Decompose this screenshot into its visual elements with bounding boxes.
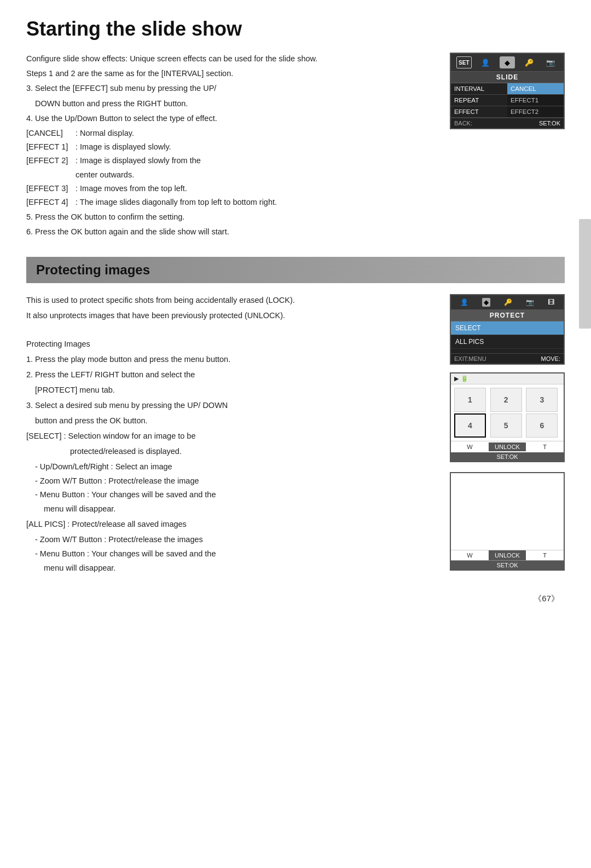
thumb-footer-unlock: UNLOCK bbox=[489, 442, 526, 451]
icon-diamond-active: ◆ bbox=[500, 56, 515, 68]
protect-step1: 1. Press the play mode button and press … bbox=[26, 353, 439, 366]
slide-row1-right: EFFECT1 bbox=[507, 95, 564, 106]
slide-menu-icons: SET 👤 ◆ 🔑 📷 bbox=[451, 54, 564, 72]
protect-step2b: [PROTECT] menu tab. bbox=[35, 384, 439, 397]
protect-bullet5: - Menu Button : Your changes will be sav… bbox=[35, 548, 439, 561]
protect-intro2: It also unprotects images that have been… bbox=[26, 309, 439, 323]
step3: 3. Select the [EFFECT] sub menu by press… bbox=[26, 82, 439, 95]
thumb-header-icon-play: ▶ bbox=[454, 375, 459, 382]
protect-menu-title: PROTECT bbox=[451, 310, 564, 321]
effect-table: [CANCEL] : Normal display. [EFFECT 1] : … bbox=[26, 127, 439, 209]
effect-row-2b: center outwards. bbox=[26, 169, 439, 181]
protect-step3: 3. Select a desired sub menu by pressing… bbox=[26, 399, 439, 412]
unlock-footer-w: W bbox=[451, 550, 489, 560]
section-header-title: Protecting images bbox=[36, 262, 150, 277]
slide-menu-bottom: BACK: SET:OK bbox=[451, 118, 564, 128]
protect-bullet2: - Zoom W/T Button : Protect/release the … bbox=[35, 475, 439, 488]
slide-row2-right: EFFECT2 bbox=[507, 106, 564, 117]
thumb-header-icon-battery: 🔋 bbox=[461, 375, 468, 382]
protect-footer-right: MOVE: bbox=[507, 354, 564, 364]
slide-row2-left: EFFECT bbox=[451, 106, 507, 117]
slide-row1-left: REPEAT bbox=[451, 95, 507, 106]
effect-row-1: [EFFECT 1] : Image is displayed slowly. bbox=[26, 141, 439, 153]
slide-footer-left: BACK: bbox=[451, 118, 507, 128]
protect-bullet3: - Menu Button : Your changes will be sav… bbox=[35, 488, 439, 502]
protect-menu-col: 👤 ◆ 🔑 📷 🎞 PROTECT SELECT ALL PICS EXIT:M… bbox=[450, 294, 565, 577]
thumb-grid: 1 2 3 4 5 6 bbox=[451, 384, 564, 441]
unlock-footer-unlock: UNLOCK bbox=[489, 550, 526, 560]
effect-desc-3: : Image moves from the top left. bbox=[76, 182, 187, 195]
unlock-footer-row: W UNLOCK T bbox=[451, 550, 564, 560]
thumb-footer-t: T bbox=[526, 442, 564, 451]
intro-line1: Configure slide show effects: Unique scr… bbox=[26, 53, 439, 65]
protect-menu-item-allpics: ALL PICS bbox=[451, 335, 564, 349]
effect-label-2: [EFFECT 2] bbox=[26, 154, 76, 167]
intro-line2: Steps 1 and 2 are the same as for the [I… bbox=[26, 67, 439, 80]
effect-label-2b bbox=[26, 169, 76, 181]
effect-label-4: [EFFECT 4] bbox=[26, 196, 76, 209]
protect-select-desc: [SELECT] : Selection window for an image… bbox=[26, 430, 439, 443]
unlock-footer-t: T bbox=[526, 550, 564, 560]
protect-bullet5b: menu will disappear. bbox=[44, 562, 439, 575]
page-number: 《67》 bbox=[26, 594, 565, 604]
effect-desc-2b: center outwards. bbox=[76, 169, 134, 181]
protect-section: This is used to protect specific shots f… bbox=[26, 294, 565, 577]
effect-desc-2: : Image is displayed slowly from the bbox=[76, 154, 201, 167]
step3b: DOWN button and press the RIGHT button. bbox=[35, 97, 439, 110]
unlock-box-footer: W UNLOCK T SET:OK bbox=[451, 550, 564, 570]
protect-subheading: Protecting Images bbox=[26, 338, 439, 351]
slide-menu-wrap: SET 👤 ◆ 🔑 📷 SLIDE INTERVAL CANCEL REPEAT… bbox=[450, 53, 565, 240]
slide-menu-row-2: EFFECT EFFECT2 bbox=[451, 106, 564, 118]
protect-allpics-desc: [ALL PICS] : Protect/release all saved i… bbox=[26, 518, 439, 531]
effect-row-3: [EFFECT 3] : Image moves from the top le… bbox=[26, 182, 439, 195]
protect-intro1: This is used to protect specific shots f… bbox=[26, 294, 439, 307]
unlock-box: W UNLOCK T SET:OK bbox=[450, 472, 565, 571]
slide-camera-menu: SET 👤 ◆ 🔑 📷 SLIDE INTERVAL CANCEL REPEAT… bbox=[450, 53, 565, 129]
effect-label-0: [CANCEL] bbox=[26, 127, 76, 140]
slide-menu-title: SLIDE bbox=[451, 72, 564, 83]
protect-menu-icons: 👤 ◆ 🔑 📷 🎞 bbox=[451, 295, 564, 310]
protect-bullet1: - Up/Down/Left/Right : Select an image bbox=[35, 461, 439, 474]
page-title: Starting the slide show bbox=[26, 18, 565, 41]
effect-label-1: [EFFECT 1] bbox=[26, 141, 76, 153]
unlock-footer-setok: SET:OK bbox=[451, 560, 564, 570]
slide-menu-row-0: INTERVAL CANCEL bbox=[451, 83, 564, 95]
effect-label-3: [EFFECT 3] bbox=[26, 182, 76, 195]
protect-bullet4: - Zoom W/T Button : Protect/release the … bbox=[35, 533, 439, 547]
protect-icon-key: 🔑 bbox=[504, 298, 512, 306]
step5: 5. Press the OK button to confirm the se… bbox=[26, 211, 439, 223]
scrollbar[interactable] bbox=[579, 219, 591, 329]
protect-menu: 👤 ◆ 🔑 📷 🎞 PROTECT SELECT ALL PICS EXIT:M… bbox=[450, 294, 565, 365]
slide-row0-left: INTERVAL bbox=[451, 83, 507, 94]
thumb-grid-header: ▶ 🔋 bbox=[451, 373, 564, 384]
step6: 6. Press the OK button again and the sli… bbox=[26, 226, 439, 238]
effect-row-0: [CANCEL] : Normal display. bbox=[26, 127, 439, 140]
effect-row-2: [EFFECT 2] : Image is displayed slowly f… bbox=[26, 154, 439, 167]
protect-text: This is used to protect specific shots f… bbox=[26, 294, 439, 577]
icon-key: 🔑 bbox=[522, 56, 537, 68]
thumb-cell-6: 6 bbox=[526, 413, 558, 438]
thumb-cell-1: 1 bbox=[454, 388, 486, 412]
protect-icon-person: 👤 bbox=[460, 298, 468, 306]
protect-footer-left: EXIT:MENU bbox=[451, 354, 507, 364]
icon-set: SET bbox=[456, 56, 472, 68]
protect-step2: 2. Press the LEFT/ RIGHT button and sele… bbox=[26, 369, 439, 382]
protect-icon-diamond: ◆ bbox=[482, 298, 490, 307]
thumb-cell-4: 4 bbox=[454, 413, 486, 438]
icon-camera: 📷 bbox=[543, 56, 558, 68]
section-header-protect: Protecting images bbox=[26, 257, 565, 283]
thumb-footer-setok: SET:OK bbox=[451, 452, 564, 461]
slide-row0-right: CANCEL bbox=[507, 83, 564, 94]
effect-desc-0: : Normal display. bbox=[76, 127, 134, 140]
thumb-footer-w: W bbox=[451, 442, 489, 451]
thumb-grid-footer: W UNLOCK T bbox=[451, 441, 564, 452]
thumb-cell-5: 5 bbox=[490, 413, 522, 438]
protect-menu-item-select: SELECT bbox=[451, 321, 564, 335]
protect-icon-film: 🎞 bbox=[548, 298, 554, 306]
protect-step3b: button and press the OK button. bbox=[35, 415, 439, 428]
protect-menu-footer: EXIT:MENU MOVE: bbox=[451, 353, 564, 364]
thumb-cell-3: 3 bbox=[526, 388, 558, 412]
slideshow-text: Configure slide show effects: Unique scr… bbox=[26, 53, 439, 240]
step4: 4. Use the Up/Down Button to select the … bbox=[26, 112, 439, 125]
thumb-cell-2: 2 bbox=[490, 388, 522, 412]
